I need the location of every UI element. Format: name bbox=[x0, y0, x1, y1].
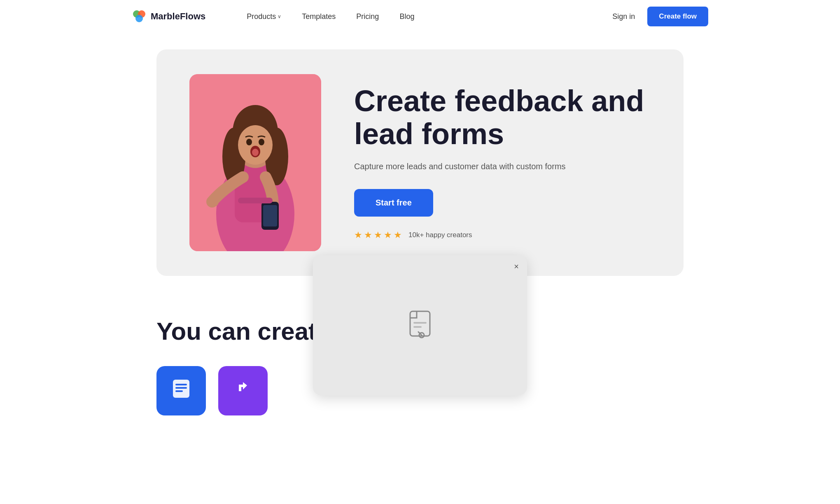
hero-content: Create feedback and lead forms Capture m… bbox=[354, 85, 651, 240]
rating-label: 10k+ happy creators bbox=[408, 231, 472, 239]
svg-point-13 bbox=[259, 139, 264, 145]
svg-point-11 bbox=[238, 125, 273, 165]
logo[interactable]: MarbleFlows bbox=[132, 9, 205, 24]
svg-rect-26 bbox=[413, 326, 422, 328]
create-flow-button[interactable]: Create flow bbox=[647, 7, 708, 26]
start-free-button[interactable]: Start free bbox=[354, 189, 433, 217]
logo-icon bbox=[132, 9, 147, 24]
star-1: ★ bbox=[354, 230, 362, 240]
modal-overlay: × bbox=[313, 255, 527, 395]
svg-point-18 bbox=[208, 199, 218, 207]
nav-blog[interactable]: Blog bbox=[399, 12, 414, 21]
hero-image bbox=[189, 74, 321, 251]
rating-row: ★ ★ ★ ★ ★ 10k+ happy creators bbox=[354, 230, 651, 240]
svg-rect-17 bbox=[263, 205, 277, 226]
star-2: ★ bbox=[364, 230, 372, 240]
feature-card-purple bbox=[218, 366, 268, 415]
svg-point-2 bbox=[135, 15, 143, 22]
svg-point-12 bbox=[246, 139, 252, 145]
sign-in-link[interactable]: Sign in bbox=[612, 12, 635, 21]
nav-templates[interactable]: Templates bbox=[302, 12, 336, 21]
nav-pricing[interactable]: Pricing bbox=[356, 12, 379, 21]
stars: ★ ★ ★ ★ ★ bbox=[354, 230, 402, 240]
form-feature-icon bbox=[170, 377, 193, 405]
nav-actions: Sign in Create flow bbox=[612, 7, 708, 26]
redirect-feature-icon bbox=[231, 377, 254, 405]
modal-content-icon bbox=[404, 308, 436, 343]
svg-rect-25 bbox=[413, 322, 427, 324]
hero-section: Create feedback and lead forms Capture m… bbox=[132, 33, 708, 292]
star-5: ★ bbox=[394, 230, 402, 240]
person-illustration bbox=[189, 74, 321, 251]
feature-card-blue bbox=[156, 366, 206, 415]
svg-rect-19 bbox=[238, 198, 273, 203]
hero-subtitle: Capture more leads and customer data wit… bbox=[354, 160, 651, 173]
navbar: MarbleFlows Products ∨ Templates Pricing… bbox=[0, 0, 840, 33]
svg-point-15 bbox=[252, 149, 259, 156]
hero-card: Create feedback and lead forms Capture m… bbox=[156, 49, 684, 276]
document-icon bbox=[404, 308, 436, 341]
hero-title: Create feedback and lead forms bbox=[354, 85, 651, 150]
svg-rect-21 bbox=[175, 384, 187, 385]
nav-links: Products ∨ Templates Pricing Blog bbox=[247, 12, 588, 21]
logo-text: MarbleFlows bbox=[151, 11, 205, 22]
nav-products[interactable]: Products ∨ bbox=[247, 12, 281, 21]
chevron-down-icon: ∨ bbox=[278, 14, 281, 19]
modal-close-button[interactable]: × bbox=[514, 262, 519, 271]
modal-card: × bbox=[313, 255, 527, 395]
svg-rect-23 bbox=[175, 390, 183, 392]
svg-rect-22 bbox=[175, 387, 187, 389]
star-4: ★ bbox=[384, 230, 392, 240]
star-3: ★ bbox=[374, 230, 382, 240]
